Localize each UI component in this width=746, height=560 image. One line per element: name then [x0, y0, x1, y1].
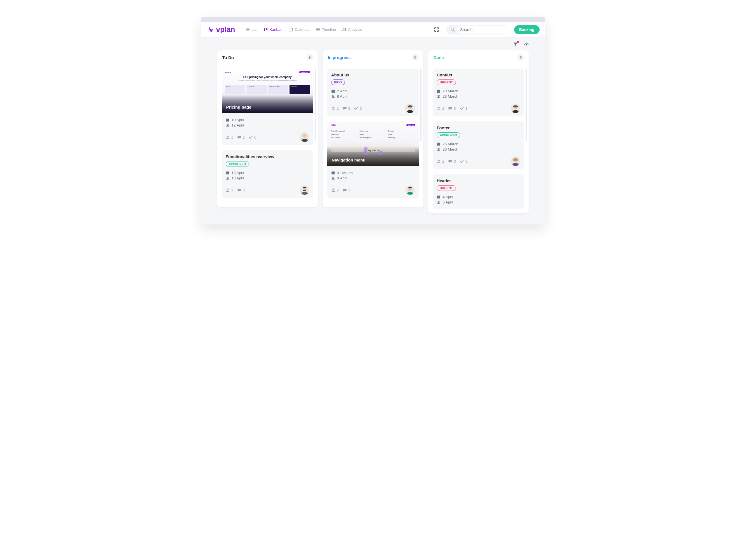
comments-count: 3 [237, 188, 245, 192]
tag-approved: APPROVED [437, 132, 460, 138]
upload-icon [331, 106, 335, 111]
eye-icon [524, 42, 529, 47]
app-window: vplan List Kanban Calendar Timeline [201, 17, 545, 224]
start-date: 4 April [437, 195, 520, 199]
calendar-icon [226, 118, 230, 122]
calendar-icon [437, 195, 440, 199]
card-pricing-page[interactable]: vplanStart now Fair pricing for your who… [222, 68, 313, 145]
start-date: 13 April [226, 171, 309, 175]
expand-icon [434, 27, 438, 32]
card-navigation-menu[interactable]: vplanSign up Project Management—Operatio… [327, 121, 419, 198]
card-contact[interactable]: Contact URGENT 23 March 23 March 2 3 3 [433, 68, 524, 116]
target-icon [331, 176, 335, 180]
browser-chrome [201, 17, 545, 22]
app-name: vplan [216, 25, 235, 34]
view-calendar-label: Calendar [294, 27, 310, 32]
timeline-icon [316, 27, 320, 32]
assignee-avatar[interactable] [300, 132, 309, 142]
uploads-count: 1 [226, 135, 233, 139]
view-list-label: List [252, 27, 257, 32]
tasks-count: 3 [460, 106, 467, 111]
card-title: About us [331, 73, 415, 77]
end-date: 13 April [226, 176, 309, 180]
filter-button[interactable] [513, 42, 518, 48]
start-date: 10 April [226, 118, 309, 122]
scrollbar[interactable] [315, 68, 316, 141]
card-title: Functionalities overview [226, 154, 309, 159]
scrollbar[interactable] [420, 68, 422, 141]
target-icon [331, 94, 335, 99]
end-date: 26 March [437, 147, 520, 151]
view-list[interactable]: List [243, 26, 260, 33]
assignee-avatar[interactable] [405, 185, 415, 195]
tag-urgent: URGENT [437, 80, 456, 85]
start-date: 23 March [437, 89, 520, 93]
topbar: vplan List Kanban Calendar Timeline [201, 22, 545, 37]
assignee-avatar[interactable] [511, 104, 520, 113]
view-timeline[interactable]: Timeline [314, 26, 339, 33]
comment-icon [343, 188, 347, 192]
target-icon [437, 200, 440, 204]
comments-count: 3 [343, 188, 350, 192]
calendar-icon [331, 89, 335, 93]
tag-prio: PRIO [331, 80, 345, 85]
target-icon [437, 147, 440, 151]
target-icon [226, 176, 230, 180]
card-title: Footer [437, 125, 520, 130]
card-header[interactable]: Header URGENT 4 April 6 April [433, 174, 524, 209]
start-date: 31 March [331, 171, 415, 175]
backlog-button[interactable]: Backlog [514, 25, 539, 34]
card-footer[interactable]: Footer APPROVED 26 March 26 March 2 3 3 [433, 121, 524, 169]
view-analysis[interactable]: Analysis [340, 26, 364, 33]
end-date: 6 April [331, 94, 415, 99]
column-todo: To Do 9 vplanStart now Fair pricing for … [217, 50, 318, 207]
calendar-icon [437, 142, 440, 146]
uploads-count: 2 [331, 106, 339, 111]
calendar-icon [437, 89, 440, 93]
comment-icon [448, 106, 452, 111]
scrollbar[interactable] [525, 68, 527, 141]
card-title: Pricing page [222, 93, 313, 113]
check-icon [460, 159, 464, 163]
comments-count: 3 [448, 106, 456, 111]
end-date: 12 April [226, 123, 309, 127]
end-date: 23 March [437, 94, 520, 99]
uploads-count: 2 [437, 106, 444, 111]
assignee-avatar[interactable] [511, 157, 520, 166]
uploads-count: 2 [331, 188, 339, 192]
search-field[interactable] [447, 25, 508, 34]
assignee-avatar[interactable] [300, 185, 309, 195]
end-date: 6 April [437, 200, 520, 204]
card-thumbnail: vplanStart now Fair pricing for your who… [222, 68, 313, 113]
column-title: Done [433, 55, 444, 60]
column-done: Done 6 Contact URGENT 23 March 23 March … [428, 50, 529, 213]
calendar-icon [331, 171, 335, 175]
view-kanban[interactable]: Kanban [261, 26, 285, 33]
comment-icon [343, 106, 347, 111]
comment-icon [237, 188, 241, 192]
upload-icon [437, 106, 441, 111]
end-date: 3 April [331, 176, 415, 180]
target-icon [226, 123, 230, 127]
view-analysis-label: Analysis [348, 27, 362, 32]
tag-approved: APPROVED [226, 161, 249, 167]
kanban-icon [263, 27, 268, 32]
view-calendar[interactable]: Calendar [286, 26, 312, 33]
comment-icon [237, 135, 241, 139]
fullscreen-button[interactable] [432, 26, 440, 34]
card-title: Header [437, 178, 520, 183]
card-about-us[interactable]: About us PRIO 2 April 6 April 2 3 3 [327, 68, 419, 116]
tasks-count: 3 [460, 159, 467, 163]
assignee-avatar[interactable] [405, 104, 415, 113]
column-count: 5 [412, 54, 418, 60]
search-input[interactable] [457, 26, 512, 34]
uploads-count: 2 [437, 159, 444, 163]
check-icon [249, 135, 253, 139]
card-functionalities[interactable]: Functionalities overview APPROVED 13 Apr… [222, 150, 313, 198]
calendar-icon [226, 171, 230, 175]
list-icon [246, 27, 250, 32]
upload-icon [226, 135, 230, 139]
visibility-button[interactable] [524, 42, 529, 48]
calendar-icon [289, 27, 293, 32]
start-date: 26 March [437, 142, 520, 146]
